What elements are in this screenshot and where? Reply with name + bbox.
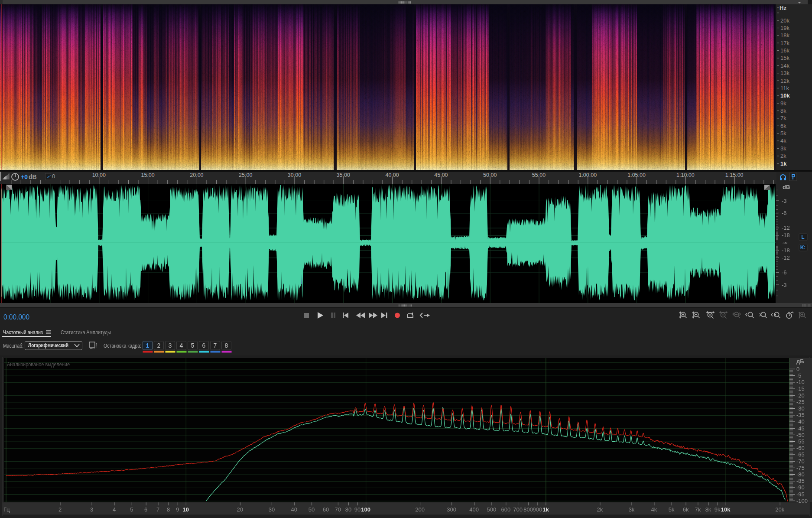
svg-text:K:: K: [800,244,806,251]
svg-text:-60: -60 [796,445,805,451]
svg-text:1:15:00: 1:15:00 [725,172,744,178]
svg-text:1:00:00: 1:00:00 [578,172,597,178]
svg-text:4k: 4k [780,137,786,144]
svg-text:dB: dB [783,184,790,190]
svg-text:20k: 20k [775,506,784,513]
svg-text:12k: 12k [780,78,789,84]
svg-text:3: 3 [90,506,93,513]
svg-text:14k: 14k [780,62,789,69]
svg-text:45:00: 45:00 [434,172,448,178]
svg-text:Статистика Амплитуды: Статистика Амплитуды [61,329,111,336]
svg-text:2k: 2k [597,506,603,513]
svg-text:60: 60 [323,506,329,513]
svg-text:-18: -18 [782,247,790,254]
svg-text:-15: -15 [796,385,805,392]
svg-text:13k: 13k [780,70,789,76]
svg-text:1k: 1k [780,160,787,167]
svg-text:7k: 7k [780,115,786,121]
svg-text:-40: -40 [796,418,805,425]
svg-text:10: 10 [183,506,189,513]
svg-text:-55: -55 [796,438,805,445]
svg-text:10k: 10k [721,506,731,513]
svg-text:3: 3 [169,342,172,349]
svg-text:1: 1 [146,342,149,349]
svg-text:800: 800 [523,506,533,513]
svg-text:35:00: 35:00 [337,172,350,178]
svg-text:-30: -30 [796,405,805,412]
svg-text:-∞: -∞ [782,239,788,246]
svg-text:-3: -3 [782,282,787,288]
svg-text:-70: -70 [796,458,805,465]
svg-text:-25: -25 [796,399,805,405]
svg-text:17k: 17k [780,40,789,46]
svg-text:5: 5 [130,506,133,513]
svg-text:0: 0 [52,173,55,179]
svg-text:900: 900 [533,506,542,513]
svg-text:55:00: 55:00 [532,172,546,178]
svg-text:9k: 9k [715,506,721,513]
svg-text:-6: -6 [782,210,787,216]
svg-text:3k: 3k [780,145,786,152]
svg-text:-20: -20 [796,392,805,399]
svg-text:6k: 6k [683,506,689,513]
svg-text:-3: -3 [782,198,787,204]
svg-text:400: 400 [469,506,479,513]
svg-text:18k: 18k [780,32,789,39]
svg-text:8: 8 [225,342,228,349]
svg-text:8k: 8k [780,108,786,114]
svg-text:9: 9 [176,506,179,513]
svg-text:500: 500 [487,506,497,513]
svg-text:-45: -45 [796,425,805,432]
svg-text:15k: 15k [780,55,789,61]
svg-text:-95: -95 [796,491,805,498]
svg-text:9k: 9k [780,100,786,107]
svg-text:6k: 6k [780,123,786,129]
svg-text:40:00: 40:00 [385,172,399,178]
svg-text:dB: dB [29,173,37,180]
svg-text:50:00: 50:00 [483,172,497,178]
svg-text:-6: -6 [782,269,787,276]
svg-text:19k: 19k [780,25,789,31]
svg-text:30: 30 [269,506,275,513]
svg-text:Логарифмический: Логарифмический [28,342,68,349]
svg-text:25:00: 25:00 [239,172,252,178]
svg-text:Hz: Hz [780,5,786,11]
svg-text:-35: -35 [796,412,805,418]
svg-text:0:00.000: 0:00.000 [3,313,29,321]
svg-text:7k: 7k [695,506,701,513]
svg-text:-12: -12 [782,254,790,261]
svg-text:+0: +0 [21,173,28,180]
svg-text:3k: 3k [629,506,635,513]
svg-text:30:00: 30:00 [288,172,301,178]
svg-text:70: 70 [335,506,341,513]
svg-text:-10: -10 [796,379,805,385]
svg-text:8: 8 [167,506,170,513]
svg-text:200: 200 [415,506,425,513]
svg-text:8k: 8k [705,506,711,513]
svg-text:-90: -90 [796,484,805,491]
svg-text:300: 300 [447,506,456,513]
svg-text:Остановка кадра:: Остановка кадра: [104,343,141,349]
svg-text:5: 5 [191,342,195,349]
svg-text:2: 2 [58,506,62,513]
svg-text:700: 700 [513,506,523,513]
svg-text:L: L [801,234,804,240]
svg-text:Гц: Гц [3,506,10,513]
svg-text:20:00: 20:00 [190,172,203,178]
svg-text:80: 80 [345,506,351,513]
svg-text:4: 4 [113,506,116,513]
svg-text:7: 7 [156,506,159,513]
svg-text:20k: 20k [780,17,789,24]
svg-text:4k: 4k [651,506,657,513]
svg-text:-75: -75 [796,465,805,471]
svg-text:1:05:00: 1:05:00 [627,172,646,178]
svg-text:дБ: дБ [796,358,804,365]
svg-text:2k: 2k [780,153,786,159]
svg-text:100: 100 [361,506,370,513]
svg-text:-100: -100 [796,498,808,504]
svg-text:50: 50 [309,506,315,513]
svg-text:15:00: 15:00 [141,172,154,178]
svg-text:6: 6 [144,506,147,513]
svg-text:4: 4 [180,342,183,349]
svg-text:11k: 11k [780,85,789,91]
